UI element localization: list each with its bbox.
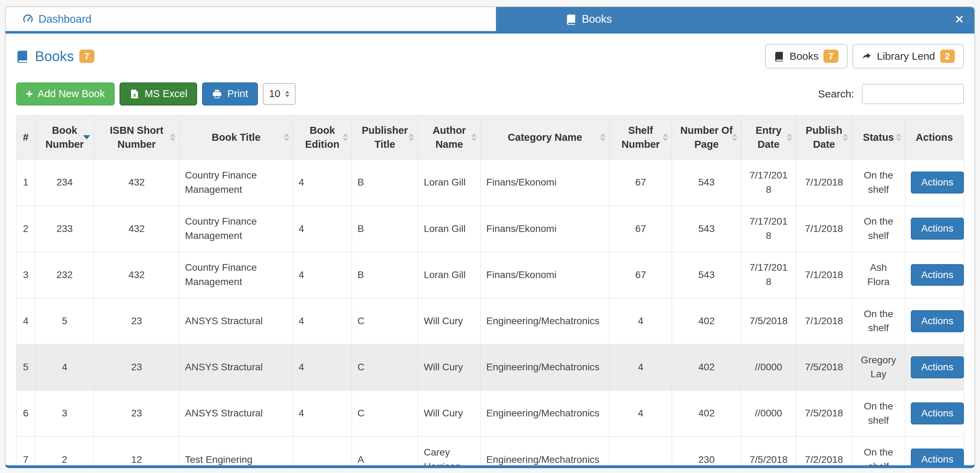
cell-entry-date: 7/17/2018 [741,160,796,206]
cell-isbn-short-number: 23 [94,344,179,390]
cell-actions: Actions [905,298,964,344]
column-header-label: # [23,132,29,143]
column-header-status[interactable]: Status [852,115,905,159]
cell-col: 5 [16,344,35,390]
cell-author-name: Will Cury [418,344,480,390]
cell-publisher-title: B [352,160,418,206]
column-header-label: ISBN Short Number [110,125,163,150]
column-header-book-edition[interactable]: Book Edition [293,115,352,159]
shortcut-count-badge: 7 [823,49,838,63]
column-header-book-number[interactable]: Book Number [35,115,94,159]
cell-number-of-page: 402 [672,344,741,390]
sort-toggle-icon [896,133,901,141]
cell-isbn-short-number: 432 [94,206,179,252]
cell-entry-date: 7/5/2018 [741,298,796,344]
cell-entry-date: //0000 [741,390,796,436]
cell-book-edition: 4 [293,390,352,436]
page-title: Books 7 [16,49,94,64]
print-icon [212,89,222,99]
ms-excel-label: MS Excel [145,88,187,100]
cell-shelf-number [609,436,672,468]
row-actions-button[interactable]: Actions [911,310,964,332]
row-actions-button[interactable]: Actions [911,171,964,194]
column-header-publish-date[interactable]: Publish Date [796,115,852,159]
sort-desc-icon [83,135,90,140]
cell-book-title: ANSYS Stractural [179,298,293,344]
tab-label: Dashboard [38,13,92,25]
cell-author-name: Loran Gill [418,160,480,206]
column-header-entry-date[interactable]: Entry Date [741,115,796,159]
library-lend-shortcut-button[interactable]: Library Lend 2 [853,44,964,68]
cell-status: Ash Flora [852,252,905,298]
column-header-category-name[interactable]: Category Name [480,115,609,159]
column-header-publisher-title[interactable]: Publisher Title [352,115,418,159]
row-actions-button[interactable]: Actions [911,356,964,378]
cell-status: Gregory Lay [852,344,905,390]
tab-books[interactable]: Books [496,7,974,31]
table-header-row: #Book NumberISBN Short NumberBook TitleB… [16,115,964,159]
books-shortcut-button[interactable]: Books 7 [765,44,848,68]
row-actions-button[interactable]: Actions [911,402,964,424]
cell-publish-date: 7/1/2018 [796,298,852,344]
title-count-badge: 7 [80,49,94,63]
column-header-label: Number Of Page [680,125,733,150]
cell-publish-date: 7/5/2018 [796,344,852,390]
page-title-text: Books [35,49,74,64]
cell-isbn-short-number: 432 [94,160,179,206]
cell-book-title: Test Enginering [179,436,293,468]
ms-excel-button[interactable]: X MS Excel [119,83,197,105]
cell-category-name: Engineering/Mechatronics [480,390,609,436]
cell-book-title: Country Finance Management [179,252,293,298]
book-icon [566,14,577,25]
cell-status: On the shelf [852,206,905,252]
cell-author-name: Carey Horrison [418,436,480,468]
cell-actions: Actions [905,436,964,468]
cell-entry-date: 7/5/2018 [741,436,796,468]
row-actions-button[interactable]: Actions [911,264,964,286]
print-button[interactable]: Print [202,83,258,105]
cell-publish-date: 7/5/2018 [796,390,852,436]
cell-book-title: Country Finance Management [179,206,293,252]
search-label: Search: [818,88,854,100]
cell-publish-date: 7/1/2018 [796,252,852,298]
column-header-number-of-page[interactable]: Number Of Page [672,115,741,159]
cell-shelf-number: 67 [609,206,672,252]
cell-publisher-title: C [352,344,418,390]
column-header-isbn-short-number[interactable]: ISBN Short Number [94,115,179,159]
cell-status: On the shelf [852,298,905,344]
cell-number-of-page: 543 [672,206,741,252]
row-actions-button[interactable]: Actions [911,449,964,468]
cell-col: 3 [16,252,35,298]
column-header-label: Category Name [508,132,582,143]
close-tab-icon[interactable] [955,15,964,24]
sort-toggle-icon [409,133,414,141]
column-header-book-title[interactable]: Book Title [179,115,293,159]
cell-shelf-number: 67 [609,252,672,298]
search-input[interactable] [862,84,964,104]
cell-category-name: Finans/Ekonomi [480,160,609,206]
cell-isbn-short-number: 432 [94,252,179,298]
cell-number-of-page: 402 [672,390,741,436]
spinner-arrows-icon [285,91,290,97]
cell-publisher-title: B [352,252,418,298]
book-icon [774,51,784,62]
cell-shelf-number: 67 [609,160,672,206]
page-header: Books 7 Books 7 [16,33,964,71]
cell-author-name: Loran Gill [418,252,480,298]
toolbar: + Add New Book X MS Excel [16,83,964,105]
cell-number-of-page: 230 [672,436,741,468]
cell-shelf-number: 4 [609,390,672,436]
add-new-book-label: Add New Book [38,88,105,100]
cell-publish-date: 7/2/2018 [796,436,852,468]
page-size-select[interactable]: 10 [263,83,296,105]
column-header-author-name[interactable]: Author Name [418,115,480,159]
cell-actions: Actions [905,390,964,436]
cell-isbn-short-number: 23 [94,298,179,344]
cell-col: 7 [16,436,35,468]
column-header-shelf-number[interactable]: Shelf Number [609,115,672,159]
column-header-label: Publish Date [806,125,842,150]
cell-book-title: ANSYS Stractural [179,344,293,390]
add-new-book-button[interactable]: + Add New Book [16,83,115,105]
row-actions-button[interactable]: Actions [911,217,964,240]
tab-dashboard[interactable]: Dashboard [6,7,496,31]
